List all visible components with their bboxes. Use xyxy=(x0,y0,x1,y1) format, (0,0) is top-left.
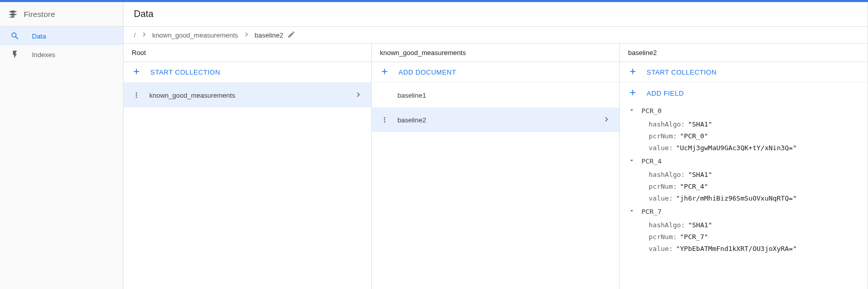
field-value: "PCR_7" xyxy=(680,233,708,241)
more-vert-icon[interactable] xyxy=(380,116,389,124)
field-value: "PCR_0" xyxy=(680,132,708,140)
field-map-name: PCR_7 xyxy=(641,208,662,215)
sidebar-item-label: Data xyxy=(32,32,46,40)
main: Data / known_good_measurements baseline2… xyxy=(124,2,868,289)
document-row[interactable]: baseline2 xyxy=(372,107,619,132)
collection-row-label: known_good_measurements xyxy=(149,92,235,99)
document-row-label: baseline1 xyxy=(397,92,426,99)
expand-triangle-icon[interactable] xyxy=(628,157,635,166)
sidebar-item-label: Indexes xyxy=(32,51,56,59)
chevron-right-icon xyxy=(602,115,611,125)
plus-icon xyxy=(628,88,637,99)
more-vert-icon[interactable] xyxy=(132,91,141,99)
field-kv-row[interactable]: value: "UcMj3gwMaU9GAc3QK+tY/xNin3Q=" xyxy=(620,142,867,154)
field-value: "UcMj3gwMaU9GAc3QK+tY/xNin3Q=" xyxy=(676,144,797,152)
firestore-logo-icon xyxy=(7,10,16,19)
field-kv-row[interactable]: pcrNum: "PCR_0" xyxy=(620,130,867,142)
start-collection-button[interactable]: START COLLECTION xyxy=(124,62,371,83)
brand-name: Firestore xyxy=(24,10,55,19)
action-label: START COLLECTION xyxy=(150,68,220,76)
field-kv-row[interactable]: value: "YPbEbATMmFnd1kXRT/OU3joXyRA=" xyxy=(620,243,867,255)
edit-icon[interactable] xyxy=(287,30,296,40)
chevron-right-icon xyxy=(354,90,363,101)
bolt-icon xyxy=(10,50,20,59)
panel-document: baseline2 START COLLECTION ADD FIELD PCR… xyxy=(620,44,867,289)
document-row-label: baseline2 xyxy=(397,116,426,124)
field-map-row[interactable]: PCR_7 xyxy=(620,204,867,219)
expand-triangle-icon[interactable] xyxy=(628,106,635,115)
field-kv-row[interactable]: pcrNum: "PCR_4" xyxy=(620,180,867,192)
field-key: pcrNum: xyxy=(649,183,677,190)
field-value: "YPbEbATMmFnd1kXRT/OU3joXyRA=" xyxy=(676,245,797,252)
panels: Root START COLLECTION known_good_measure… xyxy=(124,43,867,289)
breadcrumb-root-slash[interactable]: / xyxy=(134,31,136,39)
field-map-row[interactable]: PCR_4 xyxy=(620,154,867,169)
field-value: "jh6r/mMhiBiz96SmSuOVxuNqRTQ=" xyxy=(676,194,797,202)
breadcrumb-segment-document[interactable]: baseline2 xyxy=(255,31,284,39)
field-key: value: xyxy=(649,194,673,202)
field-kv-row[interactable]: pcrNum: "PCR_7" xyxy=(620,231,867,243)
panel-document-header: baseline2 xyxy=(620,44,867,62)
breadcrumb-segment-collection[interactable]: known_good_measurements xyxy=(152,31,238,39)
field-key: pcrNum: xyxy=(649,132,677,140)
chevron-right-icon xyxy=(242,30,251,40)
plus-icon xyxy=(132,67,141,78)
action-label: START COLLECTION xyxy=(647,68,717,76)
field-value: "SHA1" xyxy=(688,120,712,128)
panel-collection: known_good_measurements ADD DOCUMENT bas… xyxy=(372,44,620,289)
expand-triangle-icon[interactable] xyxy=(628,207,635,216)
search-icon xyxy=(10,31,20,41)
panel-root-header: Root xyxy=(124,44,371,62)
field-key: hashAlgo: xyxy=(649,171,685,178)
plus-icon xyxy=(628,67,637,78)
breadcrumb: / known_good_measurements baseline2 xyxy=(124,27,867,43)
plus-icon xyxy=(380,67,389,78)
field-key: pcrNum: xyxy=(649,233,677,241)
sidebar-item-indexes[interactable]: Indexes xyxy=(0,45,123,64)
doc-start-collection-button[interactable]: START COLLECTION xyxy=(620,62,867,83)
sidebar-item-data[interactable]: Data xyxy=(0,27,123,45)
panel-collection-header: known_good_measurements xyxy=(372,44,619,62)
add-document-button[interactable]: ADD DOCUMENT xyxy=(372,62,619,83)
field-key: value: xyxy=(649,245,673,252)
field-map-row[interactable]: PCR_0 xyxy=(620,103,867,118)
field-key: hashAlgo: xyxy=(649,120,685,128)
page-title: Data xyxy=(134,9,153,20)
field-map-name: PCR_4 xyxy=(641,157,662,165)
field-key: hashAlgo: xyxy=(649,221,685,229)
field-value: "SHA1" xyxy=(688,171,712,178)
field-value: "SHA1" xyxy=(688,221,712,229)
field-kv-row[interactable]: hashAlgo: "SHA1" xyxy=(620,169,867,180)
field-kv-row[interactable]: hashAlgo: "SHA1" xyxy=(620,118,867,130)
action-label: ADD DOCUMENT xyxy=(398,68,456,76)
sidebar: Firestore Data Indexes xyxy=(0,2,124,289)
document-row[interactable]: baseline1 xyxy=(372,83,619,107)
chevron-right-icon xyxy=(140,30,148,40)
panel-document-fields: PCR_0hashAlgo: "SHA1"pcrNum: "PCR_0"valu… xyxy=(620,103,867,289)
action-label: ADD FIELD xyxy=(647,89,684,97)
brand-bar: Firestore xyxy=(0,2,123,27)
panel-collection-list: baseline1baseline2 xyxy=(372,83,619,289)
field-key: value: xyxy=(649,144,673,152)
page-title-bar: Data xyxy=(124,2,867,27)
panel-root: Root START COLLECTION known_good_measure… xyxy=(124,44,372,289)
panel-root-list: known_good_measurements xyxy=(124,83,371,289)
collection-row[interactable]: known_good_measurements xyxy=(124,83,371,107)
field-kv-row[interactable]: value: "jh6r/mMhiBiz96SmSuOVxuNqRTQ=" xyxy=(620,192,867,204)
field-value: "PCR_4" xyxy=(680,183,708,190)
add-field-button[interactable]: ADD FIELD xyxy=(620,83,867,103)
field-map-name: PCR_0 xyxy=(641,107,662,115)
field-kv-row[interactable]: hashAlgo: "SHA1" xyxy=(620,219,867,231)
